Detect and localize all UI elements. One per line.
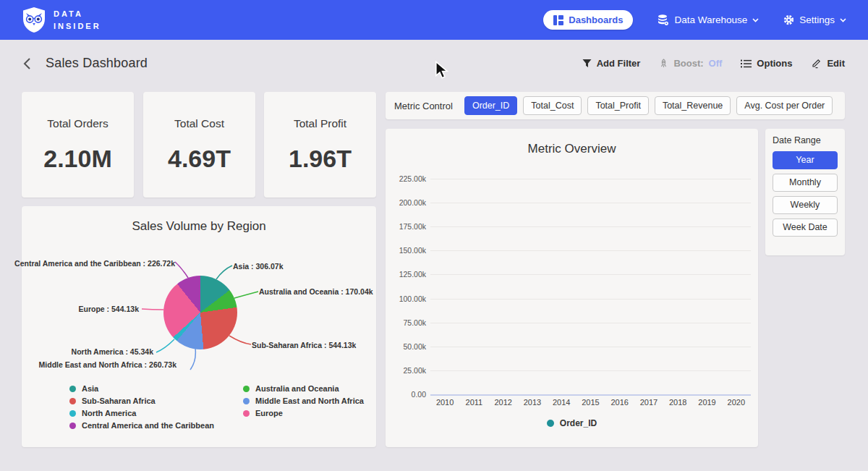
x-tick-label: 2015: [576, 398, 605, 407]
chevron-down-icon: [840, 18, 846, 22]
legend-dot: [69, 410, 76, 417]
x-tick-label: 2017: [634, 398, 663, 407]
x-tick-label: 2014: [547, 398, 576, 407]
metric-control-bar: Metric Control Order_ID Total_Cost Total…: [386, 92, 845, 119]
pie[interactable]: [163, 276, 237, 349]
date-range-year[interactable]: Year: [773, 151, 838, 169]
y-tick-label: 200.00k: [399, 198, 426, 207]
add-filter-button[interactable]: Add Filter: [582, 58, 641, 69]
metric-button-total-revenue[interactable]: Total_Revenue: [655, 96, 731, 115]
nav-settings[interactable]: Settings: [783, 14, 846, 25]
boost-label: Boost:: [673, 58, 703, 69]
pie-label-asia: Asia : 306.07k: [233, 262, 283, 271]
brand-line1: DATA: [54, 8, 101, 20]
y-tick-label: 125.00k: [399, 270, 426, 279]
x-tick-label: 2013: [518, 398, 547, 407]
y-axis-labels: 225.00k200.00k175.00k150.00k125.00k100.0…: [390, 179, 426, 394]
y-tick-label: 100.00k: [399, 294, 426, 303]
pencil-icon: [811, 58, 822, 69]
page-header: Sales Dashboard Add Filter Boost: Off: [0, 40, 868, 87]
bar-chart-title: Metric Overview: [386, 129, 758, 156]
y-tick-label: 25.00k: [403, 366, 426, 375]
pie-label-ssafrica: Sub-Saharan Africa : 544.13k: [252, 341, 356, 349]
metric-button-order-id[interactable]: Order_ID: [464, 96, 517, 115]
date-range-week-date[interactable]: Week Date: [773, 218, 838, 237]
gear-icon: [783, 14, 794, 25]
date-range-monthly[interactable]: Monthly: [773, 174, 838, 192]
legend-dot: [69, 398, 76, 404]
y-tick-label: 225.00k: [399, 174, 426, 183]
kpi-total-cost: Total Cost 4.69T: [143, 92, 255, 198]
legend-item[interactable]: Asia: [69, 384, 214, 393]
legend-dot: [69, 423, 76, 429]
legend-dot: [69, 386, 76, 392]
legend-item[interactable]: Sub-Saharan Africa: [69, 396, 214, 405]
pie-label-namerica: North America : 45.34k: [72, 347, 153, 356]
chevron-down-icon: [752, 18, 759, 22]
legend-dot: [243, 410, 250, 417]
metric-button-total-profit[interactable]: Total_Profit: [587, 96, 649, 115]
page-title: Sales Dashboard: [46, 56, 148, 71]
options-button[interactable]: Options: [741, 58, 792, 69]
y-tick-label: 50.00k: [403, 342, 426, 351]
nav-data-warehouse[interactable]: Data Warehouse: [658, 14, 759, 26]
metric-button-total-cost[interactable]: Total_Cost: [523, 96, 582, 115]
x-tick-label: 2010: [430, 398, 459, 407]
y-tick-label: 75.00k: [403, 318, 426, 327]
legend-item[interactable]: North America: [69, 409, 214, 417]
pie-chart-title: Sales Volume by Region: [22, 206, 376, 234]
top-navbar: DATA INSIDER Dashboards: [0, 0, 868, 40]
legend-dot: [547, 420, 554, 427]
edit-button[interactable]: Edit: [811, 58, 845, 69]
kpi-value: 1.96T: [289, 145, 352, 173]
bar-plot: [430, 179, 751, 394]
legend-item[interactable]: Middle East and North Africa: [243, 396, 364, 405]
edit-label: Edit: [827, 58, 845, 69]
x-axis-labels: 2010201120122013201420152016201720182019…: [430, 398, 751, 407]
bars-row: [430, 179, 751, 394]
y-tick-label: 0.00: [412, 390, 426, 399]
add-filter-label: Add Filter: [597, 58, 641, 69]
bar-chart-legend[interactable]: Order_ID: [386, 418, 758, 428]
back-button[interactable]: [23, 57, 31, 70]
nav-data-warehouse-label: Data Warehouse: [674, 14, 747, 25]
legend-item[interactable]: Australia and Oceania: [243, 384, 364, 393]
pie-label-oceania: Australia and Oceania : 170.04k: [259, 287, 373, 296]
metric-button-avg-cost[interactable]: Avg. Cost per Order: [736, 96, 833, 115]
legend-dot: [243, 398, 250, 404]
boost-value: Off: [709, 58, 723, 69]
pie-label-mena: Middle East and North Africa : 260.73k: [39, 360, 176, 369]
y-tick-label: 175.00k: [399, 222, 426, 231]
date-range-weekly[interactable]: Weekly: [773, 196, 838, 214]
date-range-panel: Date Range Year Monthly Weekly Week Date: [765, 129, 845, 255]
kpi-label: Total Cost: [174, 117, 224, 130]
nav-dashboards-button[interactable]: Dashboards: [543, 10, 633, 30]
pie-chart-card: Sales Volume by Region Asia : 306.07k Au…: [22, 206, 376, 447]
options-label: Options: [757, 58, 792, 69]
x-tick-label: 2018: [663, 398, 692, 407]
brand-line2: INSIDER: [54, 20, 101, 33]
pie-legend: Asia Sub-Saharan Africa North America Ce…: [69, 384, 364, 430]
database-icon: [658, 14, 669, 26]
metric-control-label: Metric Control: [394, 101, 453, 111]
list-icon: [741, 59, 752, 68]
kpi-label: Total Orders: [47, 117, 108, 130]
pie-label-europe: Europe : 544.13k: [79, 305, 139, 313]
x-tick-label: 2019: [693, 398, 722, 407]
x-tick-label: 2011: [459, 398, 488, 407]
legend-item[interactable]: Central America and the Caribbean: [69, 421, 214, 430]
filter-funnel-icon: [582, 59, 592, 68]
brand-logo[interactable]: DATA INSIDER: [22, 7, 101, 33]
nav-dashboards-label: Dashboards: [569, 14, 623, 25]
x-tick-label: 2020: [722, 398, 751, 407]
bar-chart-card: Metric Overview 225.00k200.00k175.00k150…: [386, 129, 758, 447]
kpi-total-orders: Total Orders 2.10M: [22, 92, 134, 198]
boost-toggle[interactable]: Boost: Off: [659, 58, 722, 69]
kpi-label: Total Profit: [294, 117, 346, 130]
legend-item[interactable]: Europe: [243, 409, 364, 417]
nav-settings-label: Settings: [799, 14, 835, 25]
rocket-icon: [659, 59, 668, 69]
y-tick-label: 150.00k: [399, 246, 426, 255]
bar-legend-label: Order_ID: [560, 418, 597, 428]
date-range-label: Date Range: [773, 135, 838, 145]
